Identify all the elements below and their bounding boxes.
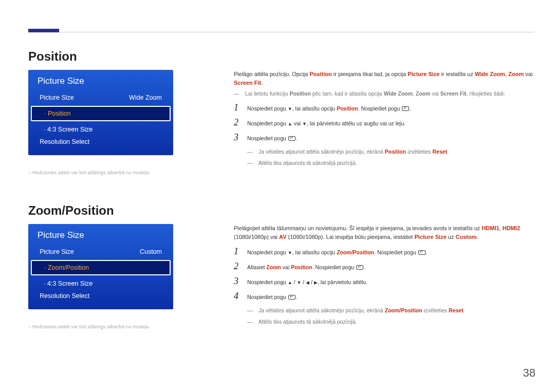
down-icon: ▼ bbox=[302, 121, 307, 128]
section-position: Position Picture Size Picture Size Wide … bbox=[28, 49, 534, 175]
left-column-2: Picture Size Picture Size Custom Zoom/Po… bbox=[28, 224, 180, 329]
menu-row-picture-size[interactable]: Picture Size Custom bbox=[28, 246, 173, 258]
menu-row-resolution[interactable]: Resolution Select bbox=[28, 290, 173, 302]
step-3: 3 Nospiediet pogu . bbox=[234, 133, 534, 143]
step-text: Nospiediet pogu ▼, lai atlasītu opciju P… bbox=[247, 103, 411, 113]
right-icon: ▶ bbox=[314, 279, 318, 287]
step-4: 4 Nospiediet pogu . bbox=[234, 291, 534, 302]
reset-note: Ja vēlaties atjaunot attēla sākotnējo po… bbox=[258, 147, 534, 156]
page-number: 38 bbox=[523, 366, 535, 380]
menu-panel-position: Picture Size Picture Size Wide Zoom Posi… bbox=[28, 70, 173, 155]
step-number: 1 bbox=[234, 103, 247, 113]
step-text: Nospiediet pogu ▼, lai atlasītu opciju Z… bbox=[247, 247, 428, 257]
menu-label: Picture Size bbox=[40, 248, 74, 255]
menu-row-43[interactable]: 4:3 Screen Size bbox=[28, 277, 173, 290]
down-icon: ▼ bbox=[288, 106, 292, 113]
menu-row-picture-size[interactable]: Picture Size Wide Zoom bbox=[28, 91, 173, 104]
step-1: 1 Nospiediet pogu ▼, lai atlasītu opciju… bbox=[234, 247, 534, 257]
step-number: 3 bbox=[234, 276, 247, 287]
reset-note: Ja vēlaties atjaunot attēla sākotnējo po… bbox=[258, 306, 534, 314]
step-text: Nospiediet pogu ▲ / ▼ / ◀ / ▶, lai pārvi… bbox=[247, 276, 367, 287]
section-zoom-position: Zoom/Position Picture Size Picture Size … bbox=[28, 203, 534, 329]
step-2: 2 Atlasiet Zoom vai Position. Nospiediet… bbox=[234, 262, 534, 272]
step-text: Atlasiet Zoom vai Position. Nospiediet p… bbox=[247, 262, 365, 271]
enter-icon bbox=[402, 106, 409, 111]
enter-icon bbox=[418, 250, 425, 255]
step-1: 1 Nospiediet pogu ▼, lai atlasītu opciju… bbox=[234, 103, 534, 113]
enter-icon bbox=[356, 265, 363, 270]
left-icon: ◀ bbox=[306, 279, 309, 287]
heading-position: Position bbox=[28, 49, 534, 64]
menu-row-resolution[interactable]: Resolution Select bbox=[28, 136, 173, 148]
left-column-1: Picture Size Picture Size Wide Zoom Posi… bbox=[28, 70, 180, 175]
right-column-1: Pielāgo attēla pozīciju. Opcija Position… bbox=[234, 70, 534, 167]
menu-title: Picture Size bbox=[28, 224, 173, 246]
menu-label: Zoom/Position bbox=[44, 264, 89, 271]
right-column-2: Pielāgojiet attēla tālummaiņu un novieto… bbox=[234, 224, 534, 326]
menu-value: Custom bbox=[140, 248, 162, 255]
enter-icon bbox=[288, 295, 295, 300]
step-text: Nospiediet pogu ▲ vai ▼, lai pārvietotu … bbox=[247, 118, 405, 128]
step-number: 4 bbox=[234, 291, 247, 302]
step-number: 1 bbox=[234, 247, 247, 257]
up-icon: ▲ bbox=[288, 121, 292, 128]
restore-note: Attēls tiks atjaunots tā sākotnējā pozīc… bbox=[258, 159, 534, 167]
menu-label: Position bbox=[44, 110, 70, 117]
heading-zoom-position: Zoom/Position bbox=[28, 203, 534, 218]
step-text: Nospiediet pogu . bbox=[247, 291, 298, 301]
step-text: Nospiediet pogu . bbox=[247, 133, 298, 142]
menu-label: Picture Size bbox=[40, 94, 74, 101]
down-icon: ▼ bbox=[297, 279, 302, 287]
step-number: 2 bbox=[234, 118, 247, 128]
header-divider bbox=[60, 32, 534, 32]
intro-paragraph: Pielāgojiet attēla tālummaiņu un novieto… bbox=[234, 224, 534, 241]
menu-row-43[interactable]: 4:3 Screen Size bbox=[28, 123, 173, 136]
down-icon: ▼ bbox=[288, 250, 292, 257]
menu-value: Wide Zoom bbox=[129, 94, 162, 101]
step-3: 3 Nospiediet pogu ▲ / ▼ / ◀ / ▶, lai pār… bbox=[234, 276, 534, 287]
header-accent-bar bbox=[28, 29, 59, 32]
footnote-2: Redzamais attēls var būt atšķirīgs atkar… bbox=[28, 324, 180, 329]
step-number: 2 bbox=[234, 262, 247, 272]
menu-title: Picture Size bbox=[28, 70, 173, 91]
intro-paragraph: Pielāgo attēla pozīciju. Opcija Position… bbox=[234, 70, 534, 87]
restore-note: Attēls tiks atjaunots tā sākotnējā pozīc… bbox=[258, 318, 534, 326]
menu-label: Resolution Select bbox=[40, 292, 89, 300]
step-number: 3 bbox=[234, 133, 247, 143]
step-list-1: 1 Nospiediet pogu ▼, lai atlasītu opciju… bbox=[234, 103, 534, 143]
menu-label: 4:3 Screen Size bbox=[44, 280, 92, 287]
menu-row-highlight-position[interactable]: Position bbox=[31, 106, 171, 121]
menu-row-highlight-zoom-position[interactable]: Zoom/Position bbox=[31, 260, 171, 275]
dash-note: Lai lietotu funkciju Position pēc tam, k… bbox=[245, 89, 534, 98]
menu-label: Resolution Select bbox=[40, 138, 89, 145]
menu-label: 4:3 Screen Size bbox=[44, 126, 92, 133]
step-list-2: 1 Nospiediet pogu ▼, lai atlasītu opciju… bbox=[234, 247, 534, 301]
up-icon: ▲ bbox=[288, 279, 292, 287]
menu-panel-zoom-position: Picture Size Picture Size Custom Zoom/Po… bbox=[28, 224, 173, 309]
footnote-1: Redzamais attēls var būt atšķirīgs atkar… bbox=[28, 170, 180, 175]
step-2: 2 Nospiediet pogu ▲ vai ▼, lai pārvietot… bbox=[234, 118, 534, 128]
enter-icon bbox=[288, 136, 295, 141]
